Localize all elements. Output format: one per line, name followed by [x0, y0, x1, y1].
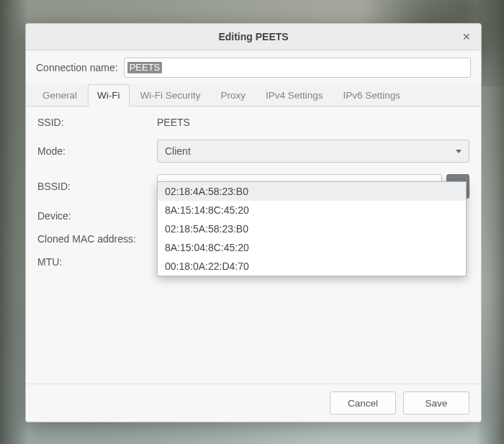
ssid-value: PEETS: [157, 117, 469, 128]
tab-general[interactable]: General: [33, 84, 86, 107]
titlebar: Editing PEETS ✕: [26, 24, 481, 50]
connection-name-input[interactable]: PEETS: [124, 58, 471, 78]
tab-proxy[interactable]: Proxy: [212, 84, 256, 107]
tab-wifi-security[interactable]: Wi-Fi Security: [131, 84, 210, 107]
bssid-option[interactable]: 00:18:0A:22:D4:70: [158, 257, 466, 276]
mtu-label: MTU:: [37, 256, 145, 268]
tab-ipv6-settings[interactable]: IPv6 Settings: [334, 84, 410, 107]
cloned-mac-label: Cloned MAC address:: [37, 233, 145, 245]
chevron-down-icon: [456, 150, 462, 153]
wifi-form-area: SSID: PEETS Mode: Client BSSID: Device: …: [26, 107, 481, 384]
mode-select[interactable]: Client: [157, 140, 469, 163]
bssid-option[interactable]: 8A:15:14:8C:45:20: [158, 201, 466, 219]
connection-name-value: PEETS: [127, 62, 163, 73]
window-title: Editing PEETS: [218, 31, 288, 42]
device-label: Device:: [37, 210, 145, 222]
ssid-label: SSID:: [37, 117, 145, 128]
dialog-button-bar: Cancel Save: [26, 384, 481, 422]
tab-wifi[interactable]: Wi-Fi: [88, 84, 129, 107]
tab-bar: General Wi-Fi Wi-Fi Security Proxy IPv4 …: [26, 83, 481, 107]
mode-value: Client: [165, 145, 456, 157]
cancel-button[interactable]: Cancel: [330, 391, 396, 414]
bssid-label: BSSID:: [37, 181, 145, 192]
bssid-option[interactable]: 8A:15:04:8C:45:20: [158, 238, 466, 257]
wallpaper-tree-left: [0, 0, 29, 444]
bssid-option[interactable]: 02:18:4A:58:23:B0: [158, 182, 466, 201]
close-button[interactable]: ✕: [456, 24, 477, 50]
close-icon: ✕: [462, 31, 471, 42]
bssid-option[interactable]: 02:18:5A:58:23:B0: [158, 219, 466, 238]
mode-label: Mode:: [37, 145, 145, 157]
connection-name-row: Connection name: PEETS: [26, 50, 481, 83]
bssid-dropdown-list: 02:18:4A:58:23:B0 8A:15:14:8C:45:20 02:1…: [157, 181, 467, 276]
connection-name-label: Connection name:: [36, 62, 118, 73]
network-editor-window: Editing PEETS ✕ Connection name: PEETS G…: [25, 23, 482, 422]
tab-ipv4-settings[interactable]: IPv4 Settings: [256, 84, 333, 107]
save-button[interactable]: Save: [403, 391, 469, 414]
